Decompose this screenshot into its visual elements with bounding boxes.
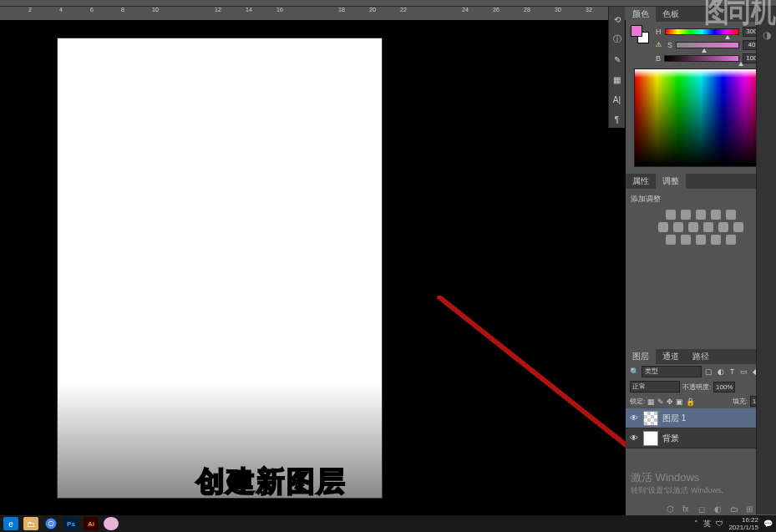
swatch-icon[interactable]: ▦ [611,73,623,85]
security-icon[interactable]: 🛡 [716,519,723,528]
color-spectrum[interactable] [634,68,768,167]
file-explorer-icon[interactable]: 🗀 [23,517,38,530]
layer-name[interactable]: 背景 [662,433,679,444]
illustrator-icon[interactable]: Ai [84,517,99,530]
gradient-map-icon[interactable] [711,235,721,245]
adjustments-panel: 添加调整 [626,189,776,349]
ruler-tick: 10 [152,7,159,13]
color-balance-icon[interactable] [673,222,683,232]
collapsed-panel-strip: ⟲ ⓘ ✎ ▦ A| ¶ [608,7,625,128]
layer-fx-icon[interactable]: fx [682,504,692,514]
tab-layers[interactable]: 图层 [626,349,656,364]
tab-color[interactable]: 颜色 [626,7,656,22]
layer-thumbnail[interactable] [643,411,658,426]
activation-title: 激活 Windows [631,470,771,485]
ruler-tick: 18 [338,7,345,13]
tab-swatches[interactable]: 色板 [656,7,686,22]
windows-taskbar: e 🗀 Ps Ai ˄ 英 🛡 16:22 2021/1/15 💬 [0,515,776,532]
opacity-value[interactable]: 100% [713,382,735,393]
channel-mixer-icon[interactable] [718,222,728,232]
bri-slider[interactable] [664,55,739,62]
lock-artboard-icon[interactable]: ▣ [676,398,683,406]
color-lookup-icon[interactable] [733,222,743,232]
lock-position-icon[interactable]: ✥ [667,398,673,406]
vibrance-icon[interactable] [726,210,736,220]
bw-icon[interactable] [688,222,698,232]
tab-channels[interactable]: 通道 [656,349,686,364]
link-layers-icon[interactable]: ⬡ [667,504,676,514]
document-canvas[interactable] [58,38,382,498]
info-icon[interactable]: ⓘ [611,33,623,45]
foreground-color-swatch[interactable] [631,25,642,37]
layer-filter-type[interactable]: 类型 [642,366,702,377]
blend-mode-select[interactable]: 正常 [630,381,680,393]
layer-item[interactable]: 👁 背景 🔒 [626,428,776,448]
ruler-tick: 4 [59,7,63,13]
canvas-viewport[interactable]: 创建新图层 [0,20,608,514]
edge-icon[interactable]: e [3,517,18,530]
collapsed-right-strip: ◑ [756,7,776,514]
chrome-icon[interactable] [43,517,58,530]
color-panel: H 300 ° ⚠ S 40 % B 100 % [626,22,776,174]
tab-paths[interactable]: 路径 [686,349,716,364]
ruler-tick: 20 [369,7,376,13]
filter-adjust-icon[interactable]: ◐ [716,367,725,377]
photo-filter-icon[interactable] [703,222,713,232]
gamut-warning-icon[interactable]: ⚠ [656,41,664,49]
ruler-tick: 14 [246,7,252,13]
visibility-eye-icon[interactable]: 👁 [629,433,639,443]
layer-thumbnail[interactable] [643,431,658,446]
hue-label: H [656,28,662,36]
levels-icon[interactable] [681,210,691,220]
invert-icon[interactable] [666,235,676,245]
lock-all-icon[interactable]: 🔒 [686,398,695,406]
character-icon[interactable]: A| [611,94,623,105]
adjust-label: 添加调整 [631,194,771,205]
lock-transparent-icon[interactable]: ▦ [647,398,655,406]
ruler-tick: 28 [524,7,530,13]
layer-item[interactable]: 👁 图层 1 [626,408,776,428]
tray-expand-icon[interactable]: ˄ [694,519,698,528]
new-layer-icon[interactable]: ⊞ [746,504,755,514]
lock-fill-row: 锁定: ▦ ✎ ✥ ▣ 🔒 填充: 100% [626,394,776,408]
ruler-tick: 12 [215,7,221,13]
ruler-tick: 22 [400,7,407,13]
sat-slider[interactable] [676,42,739,48]
tab-properties[interactable]: 属性 [626,174,656,189]
adjustment-layer-icon[interactable]: ◐ [714,504,723,514]
filter-shape-icon[interactable]: ▭ [739,367,748,377]
visibility-eye-icon[interactable]: 👁 [629,413,639,423]
search-icon[interactable]: 🔍 [630,367,639,376]
selective-color-icon[interactable] [726,235,736,245]
exposure-icon[interactable] [711,210,721,220]
threshold-icon[interactable] [696,235,706,245]
windows-activation-notice: 激活 Windows 转到"设置"以激活 Windows。 [626,465,776,501]
filter-pixel-icon[interactable]: ▢ [704,367,713,377]
lock-pixels-icon[interactable]: ✎ [657,398,664,406]
ruler-tick: 30 [555,7,561,13]
tab-adjustments[interactable]: 调整 [656,174,686,189]
paragraph-icon[interactable]: ¶ [611,114,623,125]
history-icon[interactable]: ⟲ [611,13,623,25]
blend-opacity-row: 正常 不透明度: 100% [626,379,776,394]
ime-indicator[interactable]: 英 [703,519,711,529]
notification-icon[interactable]: 💬 [763,519,773,528]
brightness-icon[interactable] [666,210,676,220]
curves-icon[interactable] [696,210,706,220]
layers-panel: 🔍 类型 ▢ ◐ T ▭ ◆ ◯ 正常 不透明度: 100% 锁定: ▦ ✎ ✥… [626,364,776,516]
ruler-tick: 32 [586,7,592,13]
layer-group-icon[interactable]: 🗀 [730,504,739,514]
right-panels: 颜色 色板 ≡ H 300 ° ⚠ S 40 [626,7,776,514]
pink-app-icon[interactable] [104,517,119,530]
hue-sat-icon[interactable] [658,222,668,232]
posterize-icon[interactable] [681,235,691,245]
layer-mask-icon[interactable]: ◻ [698,504,708,514]
photoshop-icon[interactable]: Ps [63,517,79,530]
layer-name[interactable]: 图层 1 [662,413,686,424]
color-swatch[interactable] [631,25,649,43]
filter-type-icon[interactable]: T [728,367,737,377]
taskbar-clock[interactable]: 16:22 2021/1/15 [728,516,758,531]
brush-icon[interactable]: ✎ [611,53,623,65]
watermark-logo: 图司机 [704,0,774,33]
ruler-tick: 8 [121,7,124,13]
